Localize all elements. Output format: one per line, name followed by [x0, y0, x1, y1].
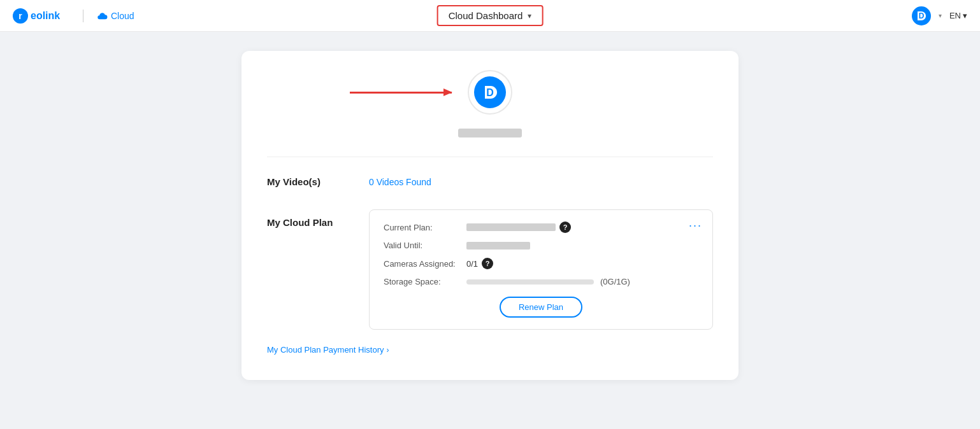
avatar-inner: D — [474, 76, 506, 108]
cloud-icon — [96, 11, 108, 20]
payment-history-label: My Cloud Plan Payment History — [267, 345, 384, 355]
valid-until-value-blur — [466, 242, 530, 250]
cloud-dashboard-button[interactable]: Cloud Dashboard ▾ — [437, 5, 544, 26]
current-plan-value-blur — [466, 223, 556, 231]
red-arrow — [350, 92, 452, 94]
avatar-arrow-container: D — [267, 70, 713, 115]
svg-text:D: D — [919, 11, 925, 20]
current-plan-row: Current Plan: ? — [384, 222, 698, 233]
current-plan-label: Current Plan: — [384, 223, 466, 232]
svg-text:eolink: eolink — [31, 10, 60, 21]
storage-space-label: Storage Space: — [384, 277, 466, 286]
reolink-logo[interactable]: r eolink — [13, 7, 70, 25]
storage-bar-track — [466, 279, 594, 285]
current-plan-help-icon[interactable]: ? — [559, 222, 571, 233]
logo-divider — [83, 10, 83, 22]
valid-until-row: Valid Until: — [384, 241, 698, 250]
renew-plan-button[interactable]: Renew Plan — [500, 297, 582, 318]
dashboard-card: D My Video(s) 0 Videos Found My Cloud Pl… — [241, 51, 739, 380]
cameras-help-icon[interactable]: ? — [482, 258, 493, 269]
user-avatar[interactable]: D — [468, 70, 512, 115]
cameras-assigned-value: 0/1 — [466, 259, 478, 269]
username-blurred — [458, 129, 522, 137]
valid-until-label: Valid Until: — [384, 241, 466, 250]
header-right: D ▾ EN ▾ — [912, 6, 967, 25]
three-dots-menu[interactable]: ··· — [689, 219, 702, 232]
videos-section: My Video(s) 0 Videos Found — [267, 176, 713, 187]
cloud-plan-section: My Cloud Plan ··· Current Plan: ? Valid … — [267, 209, 713, 330]
dashboard-dropdown-arrow: ▾ — [528, 11, 531, 20]
cloud-dashboard-label: Cloud Dashboard — [449, 10, 523, 21]
cloud-plan-box: ··· Current Plan: ? Valid Until: Cameras… — [369, 209, 713, 330]
payment-history-link[interactable]: My Cloud Plan Payment History › — [267, 345, 713, 355]
language-label: EN — [949, 11, 961, 20]
header-left: r eolink Cloud — [13, 7, 134, 25]
payment-history-arrow: › — [387, 346, 389, 355]
header-center: Cloud Dashboard ▾ — [437, 5, 544, 26]
cloud-nav-label[interactable]: Cloud — [96, 11, 134, 21]
videos-label: My Video(s) — [267, 176, 356, 187]
cloud-plan-label: My Cloud Plan — [267, 209, 356, 228]
header-user-avatar[interactable]: D — [912, 6, 931, 25]
cameras-assigned-label: Cameras Assigned: — [384, 259, 466, 269]
storage-space-row: Storage Space: (0G/1G) — [384, 277, 698, 286]
language-arrow: ▾ — [963, 11, 967, 20]
svg-text:D: D — [486, 87, 494, 98]
language-selector[interactable]: EN ▾ — [949, 11, 967, 20]
videos-value: 0 Videos Found — [369, 177, 431, 187]
storage-bar-container: (0G/1G) — [466, 277, 630, 286]
svg-text:r: r — [18, 11, 22, 21]
storage-value-label: (0G/1G) — [600, 277, 630, 286]
main-content: D My Video(s) 0 Videos Found My Cloud Pl… — [0, 32, 980, 399]
cameras-assigned-row: Cameras Assigned: 0/1 ? — [384, 258, 698, 269]
arrow-line — [350, 92, 452, 94]
profile-section: D — [267, 70, 713, 157]
cloud-nav-text: Cloud — [111, 11, 134, 21]
user-dropdown-arrow[interactable]: ▾ — [939, 12, 942, 19]
header: r eolink Cloud Cloud Dashboard ▾ D — [0, 0, 980, 32]
